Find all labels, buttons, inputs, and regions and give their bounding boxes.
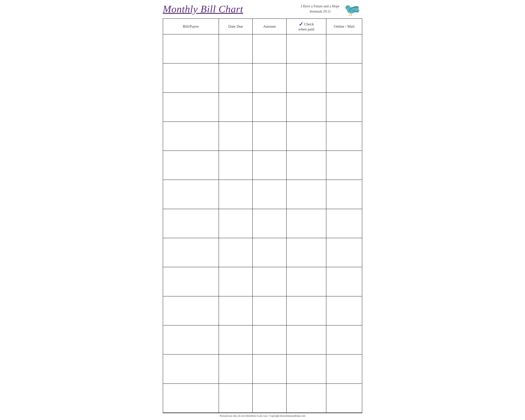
table-cell xyxy=(286,151,326,180)
table-cell xyxy=(253,93,286,122)
table-cell xyxy=(326,238,362,267)
table-cell xyxy=(253,34,286,63)
table-cell xyxy=(286,122,326,151)
table-cell xyxy=(219,209,253,238)
bird-icon xyxy=(343,2,362,16)
table-row xyxy=(163,384,362,413)
table-cell xyxy=(163,122,219,151)
table-cell xyxy=(163,93,219,122)
table-cell xyxy=(253,384,286,413)
table-cell xyxy=(286,180,326,209)
table-cell xyxy=(253,238,286,267)
table-cell xyxy=(219,34,253,63)
col-header-bill-payee: Bill/Payee xyxy=(163,19,219,34)
table-cell xyxy=(286,384,326,413)
table-cell xyxy=(286,354,326,383)
table-row xyxy=(163,151,362,180)
table-cell xyxy=(163,296,219,325)
table-cell xyxy=(326,267,362,296)
svg-line-9 xyxy=(349,13,350,15)
scripture-line2: Jeremiah 29:11 xyxy=(301,9,339,14)
table-cell xyxy=(219,354,253,383)
col-header-online-mail: Online / Mail xyxy=(326,19,362,34)
table-cell xyxy=(326,209,362,238)
table-row xyxy=(163,325,362,354)
table-cell xyxy=(163,180,219,209)
col-header-date-due: Date Due xyxy=(219,19,253,34)
bill-table: Bill/Payee Date Due Amount xyxy=(163,18,362,413)
table-cell xyxy=(253,325,286,354)
table-cell xyxy=(326,354,362,383)
table-row xyxy=(163,63,362,93)
col-header-amount: Amount xyxy=(253,19,286,34)
table-row xyxy=(163,122,362,151)
table-cell xyxy=(286,34,326,63)
table-cell xyxy=(253,209,286,238)
table-body xyxy=(163,34,362,413)
table-cell xyxy=(219,93,253,122)
table-row xyxy=(163,238,362,267)
col-header-check-when-paid: ✓ Check when paid xyxy=(286,19,326,34)
svg-point-3 xyxy=(347,7,348,8)
footer: Personal use only, do not redistribute i… xyxy=(163,413,362,418)
scripture-line1: I Have a Future and a Hope xyxy=(301,3,339,9)
table-cell xyxy=(326,93,362,122)
table-cell xyxy=(219,63,253,93)
table-cell xyxy=(286,209,326,238)
table-row xyxy=(163,93,362,122)
table-cell xyxy=(219,151,253,180)
table-cell xyxy=(163,34,219,63)
table-cell xyxy=(163,384,219,413)
scripture-text: I Have a Future and a Hope Jeremiah 29:1… xyxy=(301,3,339,14)
table-cell xyxy=(326,180,362,209)
header-right-group: I Have a Future and a Hope Jeremiah 29:1… xyxy=(301,3,362,16)
table-cell xyxy=(219,180,253,209)
table-cell xyxy=(163,325,219,354)
table-cell xyxy=(326,325,362,354)
bird-container xyxy=(343,2,362,16)
table-cell xyxy=(163,354,219,383)
table-cell xyxy=(286,238,326,267)
table-cell xyxy=(219,122,253,151)
table-cell xyxy=(286,93,326,122)
checkmark-icon: ✓ xyxy=(299,21,303,27)
table-cell xyxy=(253,180,286,209)
table-cell xyxy=(163,238,219,267)
svg-point-4 xyxy=(347,7,347,7)
table-cell xyxy=(219,267,253,296)
table-cell xyxy=(253,122,286,151)
table-cell xyxy=(326,296,362,325)
header: Monthly Bill Chart I Have a Future and a… xyxy=(163,3,362,17)
table-cell xyxy=(219,325,253,354)
footer-text: Personal use only, do not redistribute i… xyxy=(220,415,305,417)
table-cell xyxy=(286,267,326,296)
table-cell xyxy=(286,63,326,93)
table-cell xyxy=(253,63,286,93)
table-row xyxy=(163,209,362,238)
table-cell xyxy=(219,296,253,325)
table-cell xyxy=(163,151,219,180)
table-header-row: Bill/Payee Date Due Amount xyxy=(163,19,362,34)
svg-marker-2 xyxy=(344,7,346,8)
table-cell xyxy=(326,34,362,63)
table-cell xyxy=(286,325,326,354)
table-cell xyxy=(253,151,286,180)
table-cell xyxy=(253,354,286,383)
table-cell xyxy=(326,151,362,180)
table-cell xyxy=(253,296,286,325)
table-cell xyxy=(163,267,219,296)
table-cell xyxy=(219,384,253,413)
table-row xyxy=(163,34,362,63)
page-wrapper: Monthly Bill Chart I Have a Future and a… xyxy=(158,0,367,420)
table-row xyxy=(163,354,362,383)
table-cell xyxy=(253,267,286,296)
page-title: Monthly Bill Chart xyxy=(163,3,243,15)
table-cell xyxy=(326,384,362,413)
table-cell xyxy=(326,63,362,93)
table-cell xyxy=(163,63,219,93)
table-cell xyxy=(219,238,253,267)
table-cell xyxy=(286,296,326,325)
table-cell xyxy=(163,209,219,238)
title-area: Monthly Bill Chart xyxy=(163,3,243,15)
table-cell xyxy=(326,122,362,151)
